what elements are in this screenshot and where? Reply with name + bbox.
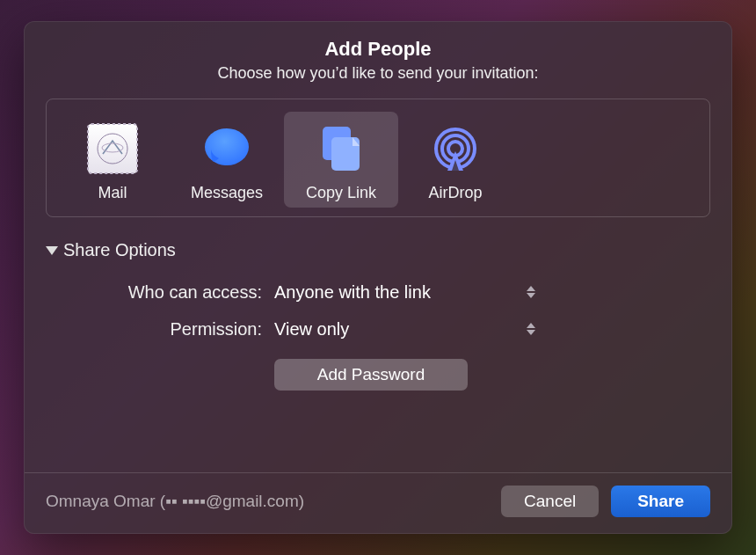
svg-rect-0 bbox=[88, 124, 137, 173]
share-options-label: Share Options bbox=[63, 240, 176, 260]
who-can-access-label: Who can access: bbox=[46, 282, 274, 303]
share-method-label: Messages bbox=[173, 184, 280, 202]
permission-value: View only bbox=[274, 319, 349, 340]
permission-popup[interactable]: View only bbox=[274, 317, 538, 341]
dialog-title: Add People bbox=[46, 38, 710, 61]
add-people-dialog: Add People Choose how you’d like to send… bbox=[24, 21, 732, 534]
share-method-mail[interactable]: Mail bbox=[55, 112, 170, 208]
messages-icon bbox=[197, 119, 257, 179]
dialog-footer: Omnaya Omar (▪▪ ▪▪▪▪@gmail.com) Cancel S… bbox=[25, 472, 731, 533]
share-method-label: Copy Link bbox=[287, 184, 395, 202]
account-identity: Omnaya Omar (▪▪ ▪▪▪▪@gmail.com) bbox=[46, 492, 489, 511]
who-can-access-value: Anyone with the link bbox=[274, 282, 431, 303]
copy-link-icon bbox=[311, 119, 371, 179]
who-can-access-popup[interactable]: Anyone with the link bbox=[274, 280, 538, 304]
share-button[interactable]: Share bbox=[611, 486, 710, 517]
share-method-airdrop[interactable]: AirDrop bbox=[398, 112, 512, 208]
share-options-disclosure[interactable]: Share Options bbox=[46, 240, 710, 260]
mail-stamp-icon bbox=[83, 119, 142, 179]
chevron-down-icon bbox=[46, 246, 58, 255]
share-method-list: Mail Messages bbox=[46, 99, 710, 217]
share-method-label: Mail bbox=[59, 184, 166, 202]
share-method-messages[interactable]: Messages bbox=[170, 112, 284, 208]
dialog-subtitle: Choose how you’d like to send your invit… bbox=[46, 64, 710, 83]
airdrop-icon bbox=[425, 119, 485, 179]
cancel-button[interactable]: Cancel bbox=[501, 486, 599, 517]
share-options-form: Who can access: Anyone with the link Per… bbox=[46, 280, 710, 391]
popup-stepper-icon bbox=[524, 320, 538, 338]
svg-point-4 bbox=[205, 128, 249, 165]
permission-label: Permission: bbox=[46, 319, 274, 340]
share-method-copy-link[interactable]: Copy Link bbox=[284, 112, 398, 208]
popup-stepper-icon bbox=[524, 283, 538, 301]
share-method-label: AirDrop bbox=[402, 184, 509, 202]
add-password-button[interactable]: Add Password bbox=[274, 359, 468, 391]
